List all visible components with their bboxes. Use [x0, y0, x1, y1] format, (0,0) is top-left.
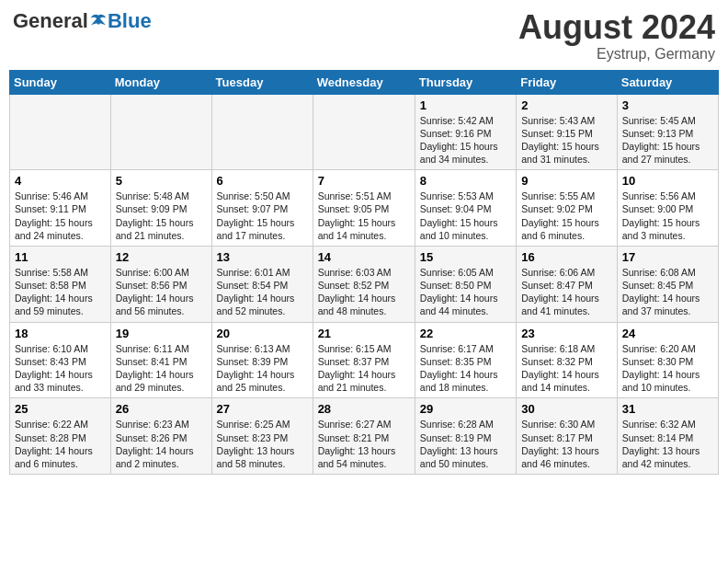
- calendar-cell: [313, 94, 415, 170]
- calendar-cell: 9Sunrise: 5:55 AM Sunset: 9:02 PM Daylig…: [517, 170, 618, 247]
- calendar-cell: 12Sunrise: 6:00 AM Sunset: 8:56 PM Dayli…: [110, 246, 211, 322]
- calendar-week-3: 11Sunrise: 5:58 AM Sunset: 8:58 PM Dayli…: [10, 246, 719, 322]
- calendar-week-2: 4Sunrise: 5:46 AM Sunset: 9:11 PM Daylig…: [10, 170, 719, 247]
- cell-info: Sunrise: 6:28 AM Sunset: 8:19 PM Dayligh…: [420, 418, 511, 470]
- cell-info: Sunrise: 5:50 AM Sunset: 9:07 PM Dayligh…: [217, 190, 308, 242]
- location: Eystrup, Germany: [518, 46, 715, 63]
- day-number: 30: [521, 402, 612, 416]
- day-number: 5: [116, 174, 207, 188]
- calendar-cell: 16Sunrise: 6:06 AM Sunset: 8:47 PM Dayli…: [517, 246, 618, 322]
- col-header-friday: Friday: [517, 70, 618, 94]
- cell-info: Sunrise: 6:22 AM Sunset: 8:28 PM Dayligh…: [15, 418, 106, 470]
- cell-info: Sunrise: 6:23 AM Sunset: 8:26 PM Dayligh…: [116, 418, 207, 470]
- cell-info: Sunrise: 5:43 AM Sunset: 9:15 PM Dayligh…: [521, 114, 612, 167]
- calendar-table: SundayMondayTuesdayWednesdayThursdayFrid…: [9, 70, 719, 475]
- cell-info: Sunrise: 6:00 AM Sunset: 8:56 PM Dayligh…: [116, 266, 207, 318]
- cell-info: Sunrise: 6:01 AM Sunset: 8:54 PM Dayligh…: [217, 266, 308, 318]
- day-number: 4: [15, 174, 106, 188]
- cell-info: Sunrise: 6:10 AM Sunset: 8:43 PM Dayligh…: [15, 342, 106, 395]
- calendar-cell: 29Sunrise: 6:28 AM Sunset: 8:19 PM Dayli…: [415, 398, 516, 475]
- calendar-week-4: 18Sunrise: 6:10 AM Sunset: 8:43 PM Dayli…: [10, 322, 719, 398]
- day-number: 27: [217, 402, 308, 416]
- cell-info: Sunrise: 6:20 AM Sunset: 8:30 PM Dayligh…: [622, 342, 713, 395]
- calendar-cell: 23Sunrise: 6:18 AM Sunset: 8:32 PM Dayli…: [517, 322, 618, 398]
- day-number: 23: [521, 327, 612, 340]
- calendar-cell: [10, 94, 111, 170]
- cell-info: Sunrise: 6:18 AM Sunset: 8:32 PM Dayligh…: [521, 342, 612, 395]
- cell-info: Sunrise: 6:05 AM Sunset: 8:50 PM Dayligh…: [420, 266, 511, 318]
- title-block: August 2024 Eystrup, Germany: [518, 9, 715, 63]
- calendar-cell: 31Sunrise: 6:32 AM Sunset: 8:14 PM Dayli…: [617, 398, 718, 475]
- calendar-cell: 7Sunrise: 5:51 AM Sunset: 9:05 PM Daylig…: [313, 170, 415, 247]
- logo-blue-text: Blue: [108, 9, 152, 33]
- calendar-cell: 18Sunrise: 6:10 AM Sunset: 8:43 PM Dayli…: [10, 322, 111, 398]
- cell-info: Sunrise: 5:48 AM Sunset: 9:09 PM Dayligh…: [116, 190, 207, 242]
- col-header-thursday: Thursday: [415, 70, 516, 94]
- cell-info: Sunrise: 6:17 AM Sunset: 8:35 PM Dayligh…: [420, 342, 511, 395]
- calendar-cell: [110, 94, 211, 170]
- calendar-cell: 21Sunrise: 6:15 AM Sunset: 8:37 PM Dayli…: [313, 322, 415, 398]
- col-header-sunday: Sunday: [10, 70, 111, 94]
- calendar-cell: 1Sunrise: 5:42 AM Sunset: 9:16 PM Daylig…: [415, 94, 516, 170]
- calendar-cell: 19Sunrise: 6:11 AM Sunset: 8:41 PM Dayli…: [110, 322, 211, 398]
- col-header-saturday: Saturday: [617, 70, 718, 94]
- calendar-cell: 2Sunrise: 5:43 AM Sunset: 9:15 PM Daylig…: [517, 94, 618, 170]
- day-number: 12: [116, 250, 207, 264]
- day-number: 15: [420, 250, 511, 264]
- day-number: 24: [622, 327, 713, 340]
- col-header-tuesday: Tuesday: [211, 70, 313, 94]
- calendar-cell: 11Sunrise: 5:58 AM Sunset: 8:58 PM Dayli…: [10, 246, 111, 322]
- calendar-cell: 22Sunrise: 6:17 AM Sunset: 8:35 PM Dayli…: [415, 322, 516, 398]
- logo: General Blue: [13, 9, 152, 33]
- calendar-cell: 10Sunrise: 5:56 AM Sunset: 9:00 PM Dayli…: [617, 170, 718, 247]
- cell-info: Sunrise: 6:08 AM Sunset: 8:45 PM Dayligh…: [622, 266, 713, 318]
- day-number: 10: [622, 174, 713, 188]
- day-number: 16: [521, 250, 612, 264]
- day-number: 3: [622, 98, 713, 112]
- calendar-cell: 5Sunrise: 5:48 AM Sunset: 9:09 PM Daylig…: [110, 170, 211, 247]
- day-number: 20: [217, 327, 308, 340]
- calendar-cell: 15Sunrise: 6:05 AM Sunset: 8:50 PM Dayli…: [415, 246, 516, 322]
- calendar-cell: 13Sunrise: 6:01 AM Sunset: 8:54 PM Dayli…: [211, 246, 313, 322]
- cell-info: Sunrise: 6:32 AM Sunset: 8:14 PM Dayligh…: [622, 418, 713, 470]
- day-number: 26: [116, 402, 207, 416]
- day-number: 11: [15, 250, 106, 264]
- day-number: 21: [318, 327, 410, 340]
- day-number: 25: [15, 402, 106, 416]
- day-number: 8: [420, 174, 511, 188]
- cell-info: Sunrise: 6:06 AM Sunset: 8:47 PM Dayligh…: [521, 266, 612, 318]
- day-number: 13: [217, 250, 308, 264]
- cell-info: Sunrise: 5:55 AM Sunset: 9:02 PM Dayligh…: [521, 190, 612, 242]
- calendar-cell: 26Sunrise: 6:23 AM Sunset: 8:26 PM Dayli…: [110, 398, 211, 475]
- cell-info: Sunrise: 5:53 AM Sunset: 9:04 PM Dayligh…: [420, 190, 511, 242]
- cell-info: Sunrise: 5:56 AM Sunset: 9:00 PM Dayligh…: [622, 190, 713, 242]
- cell-info: Sunrise: 6:13 AM Sunset: 8:39 PM Dayligh…: [217, 342, 308, 395]
- calendar-cell: 24Sunrise: 6:20 AM Sunset: 8:30 PM Dayli…: [617, 322, 718, 398]
- day-number: 7: [318, 174, 410, 188]
- cell-info: Sunrise: 6:11 AM Sunset: 8:41 PM Dayligh…: [116, 342, 207, 395]
- day-number: 18: [15, 327, 106, 340]
- day-number: 9: [521, 174, 612, 188]
- calendar-week-1: 1Sunrise: 5:42 AM Sunset: 9:16 PM Daylig…: [10, 94, 719, 170]
- cell-info: Sunrise: 6:15 AM Sunset: 8:37 PM Dayligh…: [318, 342, 410, 395]
- col-header-wednesday: Wednesday: [313, 70, 415, 94]
- cell-info: Sunrise: 6:30 AM Sunset: 8:17 PM Dayligh…: [521, 418, 612, 470]
- day-number: 29: [420, 402, 511, 416]
- day-number: 6: [217, 174, 308, 188]
- calendar-cell: 3Sunrise: 5:45 AM Sunset: 9:13 PM Daylig…: [617, 94, 718, 170]
- calendar-cell: 17Sunrise: 6:08 AM Sunset: 8:45 PM Dayli…: [617, 246, 718, 322]
- cell-info: Sunrise: 6:25 AM Sunset: 8:23 PM Dayligh…: [217, 418, 308, 470]
- calendar-cell: 6Sunrise: 5:50 AM Sunset: 9:07 PM Daylig…: [211, 170, 313, 247]
- calendar-cell: 14Sunrise: 6:03 AM Sunset: 8:52 PM Dayli…: [313, 246, 415, 322]
- calendar-cell: 20Sunrise: 6:13 AM Sunset: 8:39 PM Dayli…: [211, 322, 313, 398]
- cell-info: Sunrise: 6:27 AM Sunset: 8:21 PM Dayligh…: [318, 418, 410, 470]
- cell-info: Sunrise: 5:46 AM Sunset: 9:11 PM Dayligh…: [15, 190, 106, 242]
- cell-info: Sunrise: 5:51 AM Sunset: 9:05 PM Dayligh…: [318, 190, 410, 242]
- day-number: 14: [318, 250, 410, 264]
- calendar-cell: 28Sunrise: 6:27 AM Sunset: 8:21 PM Dayli…: [313, 398, 415, 475]
- logo-bird-icon: [90, 13, 107, 29]
- calendar-cell: 8Sunrise: 5:53 AM Sunset: 9:04 PM Daylig…: [415, 170, 516, 247]
- month-title: August 2024: [518, 9, 715, 46]
- day-number: 22: [420, 327, 511, 340]
- day-number: 19: [116, 327, 207, 340]
